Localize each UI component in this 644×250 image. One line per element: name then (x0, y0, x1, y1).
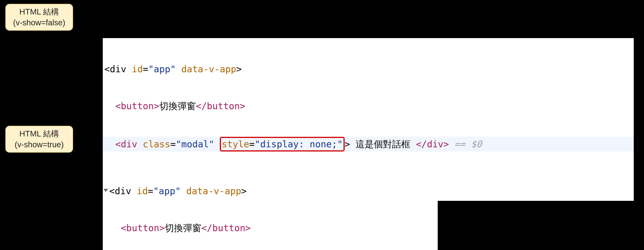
label-vshow-true: HTML 結構 (v-show=true) (5, 126, 73, 153)
code-token: > (241, 186, 247, 196)
code-token: <div (115, 139, 143, 149)
code-token: = (170, 139, 176, 149)
code-token: </button> (196, 101, 245, 111)
code-token: = (148, 186, 153, 196)
code-token: </button> (201, 222, 251, 233)
code-panel-vshow-true: <div id="app" data-v-app> <button>切換彈窗</… (103, 160, 438, 250)
code-token: <button> (115, 101, 159, 111)
code-token: <div (104, 64, 132, 74)
code-token: > (236, 64, 242, 74)
code-line: <div id="app" data-v-app> (103, 63, 634, 75)
code-token: = (143, 64, 148, 74)
label-vshow-false-line2: (v-show=false) (13, 18, 65, 27)
code-token: data-v-app (186, 186, 241, 196)
code-token: 這是個對話框 (350, 139, 416, 149)
selected-node-marker: == $0 (449, 139, 482, 149)
code-token: <div (109, 186, 137, 196)
label-vshow-false: HTML 結構 (v-show=false) (5, 4, 73, 31)
label-vshow-false-line1: HTML 結構 (20, 7, 59, 16)
label-vshow-true-line2: (v-show=true) (15, 140, 64, 149)
code-token: style (222, 139, 249, 149)
code-token: "display: none;" (255, 139, 342, 149)
code-token: "app" (148, 64, 176, 74)
code-token: > (345, 139, 350, 149)
code-token: 切換彈窗 (159, 101, 196, 111)
expand-caret-icon (104, 189, 108, 192)
code-token: id (132, 64, 143, 74)
code-token: id (137, 186, 148, 196)
label-vshow-true-line1: HTML 結構 (20, 129, 59, 138)
code-line: <div id="app" data-v-app> (103, 185, 438, 197)
code-token: 切換彈窗 (165, 222, 201, 233)
highlight-style-display-none: style="display: none;" (220, 137, 345, 151)
code-token: class (143, 139, 170, 149)
code-line: <button>切換彈窗</button> (103, 100, 634, 112)
code-token: data-v-app (181, 64, 236, 74)
code-token: = (249, 139, 255, 149)
code-token: <button> (121, 222, 165, 233)
code-token: "modal" (176, 139, 214, 149)
code-line: <button>切換彈窗</button> (103, 222, 438, 234)
code-line-selected: <div class="modal" style="display: none;… (103, 137, 634, 151)
code-token: </div> (416, 139, 449, 149)
code-token: "app" (153, 186, 181, 196)
